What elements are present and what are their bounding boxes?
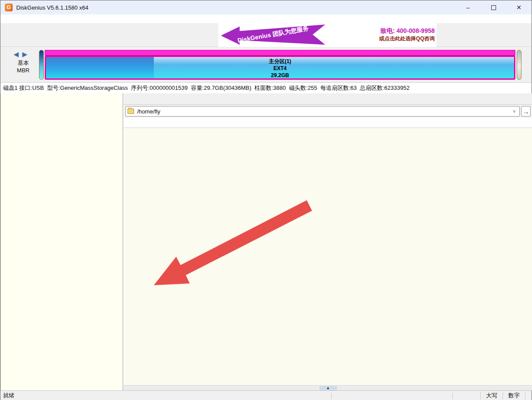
disk-right-cap: [517, 50, 521, 80]
disk-scheme-label: MBR: [10, 67, 36, 74]
status-ready: 就绪: [0, 392, 331, 400]
disk-overview-strip[interactable]: [45, 50, 515, 56]
file-table-header: [124, 118, 532, 128]
ad-banner[interactable]: DiskGenius 团队为您服务 致电: 400-008-9958 或点击此处…: [218, 22, 436, 47]
ad-arrow-shape: DiskGenius 团队为您服务: [221, 25, 325, 45]
maximize-button[interactable]: [481, 0, 506, 14]
path-dropdown-icon[interactable]: ˅: [511, 109, 518, 114]
ad-qq-link[interactable]: 或点击此处选择QQ咨询: [327, 35, 435, 42]
maximize-icon: [491, 5, 496, 10]
disk-tree-panel: [0, 93, 123, 390]
menu-bar: [0, 14, 532, 23]
partition-block[interactable]: 主分区(1) EXT4 29.2GB: [45, 56, 515, 80]
horizontal-scrollbar[interactable]: ▲: [124, 385, 532, 390]
partition-name: 主分区(1): [46, 58, 514, 65]
file-list: [124, 128, 532, 385]
partition-size: 29.2GB: [46, 72, 514, 79]
diskgenius-window: DiskGenius V5.6.1.1580 x64 – ✕ DiskGeniu…: [0, 0, 532, 400]
minimize-button[interactable]: –: [455, 0, 481, 14]
scroll-hint-icon[interactable]: ▲: [319, 386, 337, 390]
disk-left-cap: [39, 50, 44, 80]
status-bar: 就绪 大写 数字: [0, 390, 532, 400]
partition-fs: EXT4: [46, 65, 514, 72]
title-bar: DiskGenius V5.6.1.1580 x64 – ✕: [0, 0, 532, 14]
disk-info-bar: 磁盘1 接口:USB 型号:GenericMassStorageClass 序列…: [0, 83, 532, 93]
status-numlock: 数字: [503, 392, 525, 399]
view-tabs: [124, 93, 532, 105]
ad-phone: 致电: 400-008-9958: [327, 27, 435, 35]
path-folder-icon: [128, 109, 134, 114]
ad-slogan: DiskGenius 团队为您服务: [237, 25, 309, 45]
path-go-button[interactable]: →: [521, 106, 531, 117]
path-input[interactable]: /home/fly: [137, 108, 511, 115]
status-capslock: 大写: [480, 392, 503, 399]
disk-nav-arrows[interactable]: ◀ ▶: [14, 50, 28, 58]
app-logo-icon: [5, 4, 13, 11]
close-button[interactable]: ✕: [506, 0, 532, 14]
window-title: DiskGenius V5.6.1.1580 x64: [16, 4, 89, 11]
path-combo[interactable]: /home/fly ˅: [125, 106, 520, 117]
file-browser-panel: /home/fly ˅ → ▲: [124, 93, 532, 390]
path-bar: /home/fly ˅ →: [124, 105, 532, 118]
disk-type-label: 基本: [10, 59, 36, 67]
partition-graph: ◀ ▶ 基本 MBR 主分区(1) EXT4 29.2GB: [0, 47, 532, 83]
